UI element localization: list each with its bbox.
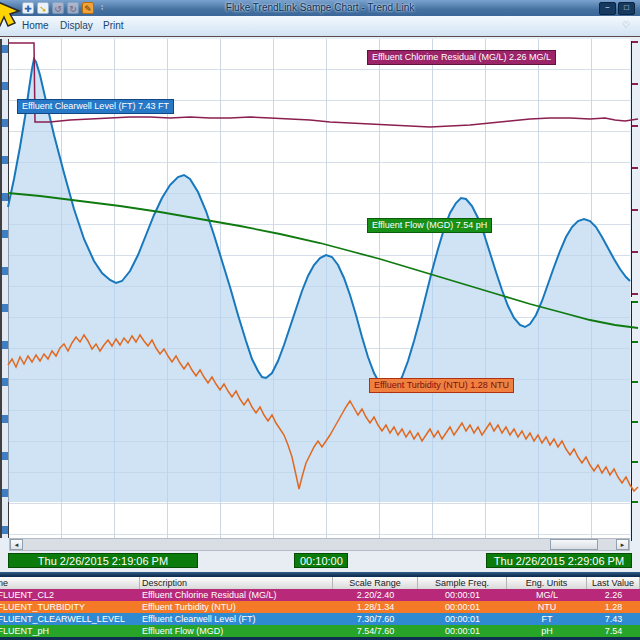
cell-description: Effluent Chlorine Residual (MG/L) <box>140 589 333 601</box>
flag-chlorine-residual[interactable]: Effluent Chlorine Residual (MG/L) 2.26 M… <box>367 50 556 65</box>
tag-table: Name Description Scale Range Sample Freq… <box>0 577 640 640</box>
cell-scale-range: 7.30/7.60 <box>333 613 418 625</box>
col-sample-freq[interactable]: Sample Freq. <box>418 577 507 589</box>
col-name[interactable]: Name <box>0 577 140 589</box>
flag-effluent-flow[interactable]: Effluent Flow (MGD) 7.54 pH <box>367 218 492 233</box>
cell-description: Effluent Turbidity (NTU) <box>140 601 333 613</box>
cell-eng-units: pH <box>507 625 587 637</box>
minimize-button[interactable]: − <box>599 2 616 15</box>
cell-last-value: 1.28 <box>587 601 640 613</box>
cell-scale-range: 2.20/2.40 <box>333 589 418 601</box>
menu-display[interactable]: Display <box>60 20 93 31</box>
cell-eng-units: FT <box>507 613 587 625</box>
application-window: ✚ ➘ ↺ ↻ ✎ ⁞ Fluke TrendLink Sampe Chart … <box>0 0 640 640</box>
scroll-left-icon[interactable]: ◄ <box>10 539 23 550</box>
cell-sample-freq: 00:00:01 <box>418 601 507 613</box>
left-value-axis[interactable] <box>0 39 9 538</box>
col-description[interactable]: Description <box>140 577 333 589</box>
cell-name: EFFLUENT_TURBIDITY <box>0 601 140 613</box>
cell-scale-range: 7.54/7.60 <box>333 625 418 637</box>
table-row[interactable]: EFFLUENT_CLEARWELL_LEVELEffluent Clearwe… <box>0 613 640 625</box>
right-axis-chlorine[interactable] <box>631 41 638 297</box>
cell-eng-units: MG/L <box>507 589 587 601</box>
table-row[interactable]: EFFLUENT_pHEffluent Flow (MGD)7.54/7.600… <box>0 625 640 637</box>
maximize-button[interactable]: □ <box>618 2 635 15</box>
col-scale-range[interactable]: Scale Range <box>333 577 418 589</box>
flag-clearwell-level[interactable]: Effluent Clearwell Level (FT) 7.43 FT <box>17 99 174 114</box>
cell-sample-freq: 00:00:01 <box>418 625 507 637</box>
table-header-row: Name Description Scale Range Sample Freq… <box>0 577 640 589</box>
time-axis-row: Thu 2/26/2015 2:19:06 PM 00:10:00 Thu 2/… <box>0 551 640 572</box>
window-title: Fluke TrendLink Sampe Chart - Trend Link <box>0 2 640 13</box>
cell-sample-freq: 00:00:01 <box>418 613 507 625</box>
menu-bar: Home Display Print ♡ <box>0 16 640 37</box>
menu-home[interactable]: Home <box>22 20 49 31</box>
cell-last-value: 2.26 <box>587 589 640 601</box>
cell-eng-units: NTU <box>507 601 587 613</box>
cell-name: EFFLUENT_CLEARWELL_LEVEL <box>0 613 140 625</box>
right-axis-flow[interactable] <box>631 301 638 541</box>
cell-last-value: 7.54 <box>587 625 640 637</box>
title-bar: ✚ ➘ ↺ ↻ ✎ ⁞ Fluke TrendLink Sampe Chart … <box>0 0 640 17</box>
cell-description: Effluent Clearwell Level (FT) <box>140 613 333 625</box>
menu-print[interactable]: Print <box>103 20 124 31</box>
col-last-value[interactable]: Last Value <box>587 577 640 589</box>
time-span-box[interactable]: 00:10:00 <box>294 553 348 568</box>
time-start-box[interactable]: Thu 2/26/2015 2:19:06 PM <box>8 553 198 568</box>
cursor-icon <box>0 0 23 32</box>
flag-effluent-turbidity[interactable]: Effluent Turbidity (NTU) 1.28 NTU <box>369 378 514 393</box>
time-end-box[interactable]: Thu 2/26/2015 2:29:06 PM <box>486 553 632 568</box>
time-scrollbar[interactable]: ◄ ► <box>9 538 630 551</box>
cell-description: Effluent Flow (MGD) <box>140 625 333 637</box>
cell-last-value: 7.43 <box>587 613 640 625</box>
table-row[interactable]: EFFLUENT_CL2Effluent Chlorine Residual (… <box>0 589 640 601</box>
table-row[interactable]: EFFLUENT_TURBIDITYEffluent Turbidity (NT… <box>0 601 640 613</box>
col-eng-units[interactable]: Eng. Units <box>507 577 587 589</box>
cell-name: EFFLUENT_pH <box>0 625 140 637</box>
style-heart-icon[interactable]: ♡ <box>622 20 630 30</box>
cell-sample-freq: 00:00:01 <box>418 589 507 601</box>
cell-name: EFFLUENT_CL2 <box>0 589 140 601</box>
cell-scale-range: 1.28/1.34 <box>333 601 418 613</box>
scrollbar-thumb[interactable] <box>550 539 598 550</box>
scroll-right-icon[interactable]: ► <box>616 539 629 550</box>
col-name-label: Name <box>0 577 8 589</box>
trend-chart-panel: Effluent Chlorine Residual (MG/L) 2.26 M… <box>0 36 640 551</box>
